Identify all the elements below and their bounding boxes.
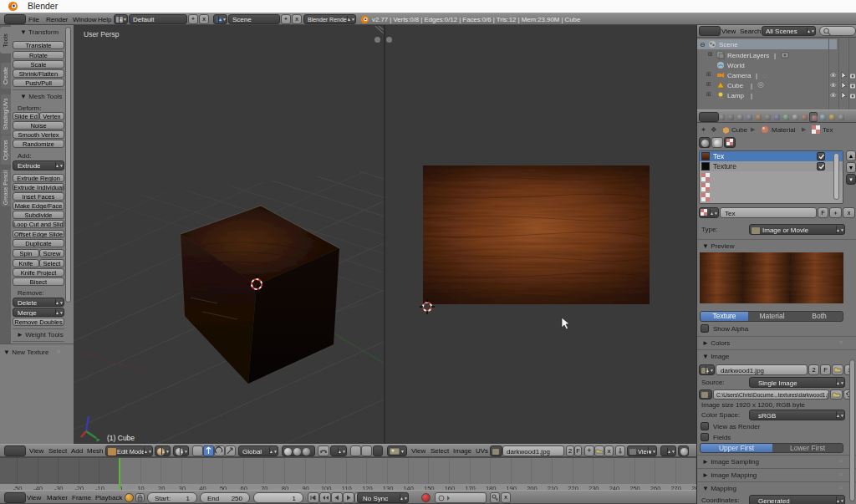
svg-text:(1) Cube: (1) Cube (107, 434, 135, 442)
svg-text:▾: ▾ (401, 449, 404, 454)
svg-text:User Persp: User Persp (84, 30, 120, 38)
